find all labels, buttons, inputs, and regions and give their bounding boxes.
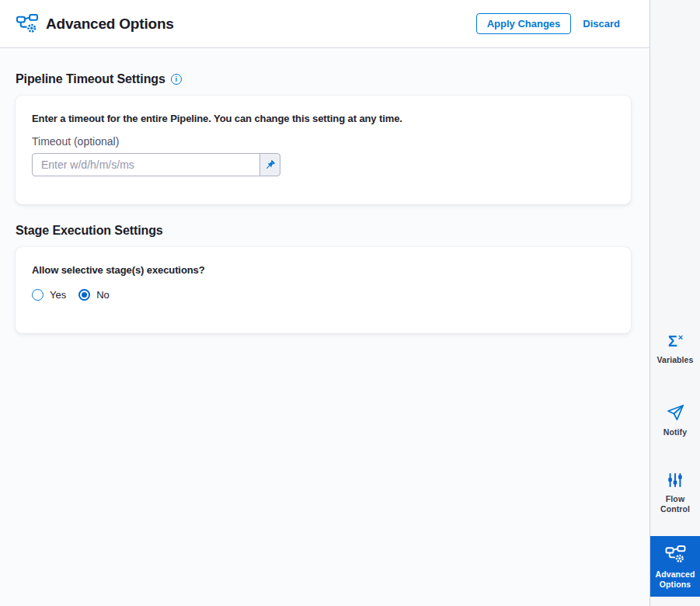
sidebar-item-notify[interactable]: Notify	[650, 403, 700, 437]
sidebar-item-label: Notify	[663, 427, 687, 437]
sliders-icon	[667, 472, 684, 489]
pipeline-gear-icon	[665, 545, 686, 564]
sidebar-item-flow-control[interactable]: Flow Control	[650, 472, 700, 514]
sidebar-item-variables[interactable]: Σ× Variables	[650, 333, 700, 364]
radio-no-label: No	[96, 289, 110, 301]
pin-button[interactable]	[259, 153, 280, 176]
panel-header: Advanced Options Apply Changes Discard	[0, 0, 650, 48]
sigma-x-icon: Σ×	[668, 333, 682, 350]
page-title: Advanced Options	[46, 16, 174, 33]
toolbar-spacer	[650, 0, 700, 333]
selective-stages-radio-group: Yes No	[32, 289, 615, 301]
timeout-description: Enter a timeout for the entire Pipeline.…	[32, 113, 615, 124]
pipeline-timeout-heading-text: Pipeline Timeout Settings	[16, 72, 165, 86]
radio-yes-label: Yes	[50, 289, 66, 301]
sidebar-item-label: Variables	[656, 355, 693, 364]
paper-plane-icon	[666, 403, 684, 422]
radio-yes[interactable]	[32, 289, 44, 301]
apply-changes-button[interactable]: Apply Changes	[476, 13, 572, 34]
sidebar-item-label: Flow	[666, 494, 684, 503]
pipeline-timeout-heading: Pipeline Timeout Settings i	[16, 72, 631, 86]
right-toolbar: Σ× Variables Notify Flow Control	[650, 0, 700, 606]
timeout-field-label: Timeout (optional)	[32, 135, 615, 148]
sidebar-item-advanced-options[interactable]: Advanced Options	[650, 536, 700, 597]
panel-content: Pipeline Timeout Settings i Enter a time…	[0, 48, 650, 606]
sidebar-item-label: Control	[660, 504, 690, 514]
stage-execution-heading-text: Stage Execution Settings	[16, 224, 163, 238]
stage-execution-card: Allow selective stage(s) executions? Yes…	[16, 247, 631, 333]
advanced-options-panel: Advanced Options Apply Changes Discard P…	[0, 0, 650, 606]
pin-icon	[264, 159, 276, 171]
timeout-input[interactable]	[32, 153, 260, 176]
discard-button[interactable]: Discard	[583, 18, 620, 30]
timeout-input-group	[32, 153, 280, 176]
pipeline-advanced-icon	[16, 13, 39, 34]
pipeline-timeout-card: Enter a timeout for the entire Pipeline.…	[16, 96, 631, 204]
info-icon[interactable]: i	[171, 74, 182, 85]
stage-execution-heading: Stage Execution Settings	[16, 224, 631, 238]
radio-dot	[82, 292, 87, 298]
sidebar-item-label: Options	[660, 580, 691, 589]
radio-no[interactable]	[78, 289, 90, 301]
sidebar-item-label: Advanced	[656, 569, 695, 579]
selective-stages-question: Allow selective stage(s) executions?	[32, 264, 615, 276]
